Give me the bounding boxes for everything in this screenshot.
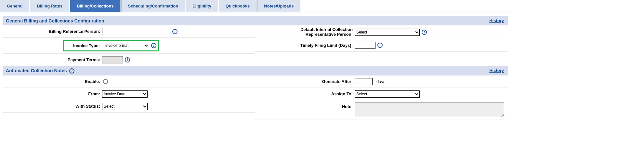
tab-billing-rates[interactable]: Billing Rates [30,0,69,12]
tab-quickbooks[interactable]: Quickbooks [219,0,256,12]
default-rep-label: Default Internal Collection Representati… [257,27,355,37]
enable-checkbox[interactable] [103,79,108,84]
tab-scheduling-confirmation[interactable]: Scheduling/Confirmation [121,0,185,12]
invoice-type-select[interactable]: invoiceformat [104,42,149,49]
tab-notes-uploads[interactable]: Notes/Uploads [257,0,300,12]
note-label: Note: [257,102,355,109]
billing-ref-label: Billing Reference Person: [5,29,102,34]
section-general-billing-header: General Billing and Collections Configur… [3,16,508,25]
generate-after-input[interactable] [355,78,373,85]
from-select[interactable]: Invoice Date [102,90,148,98]
info-icon[interactable]: i [69,68,74,74]
info-icon[interactable]: i [172,29,177,34]
generate-after-suffix: days [376,79,385,84]
info-icon[interactable]: i [125,57,130,62]
section-general-billing-title: General Billing and Collections Configur… [6,18,104,23]
invoice-type-highlight: Invoice Type: invoiceformat i [63,40,159,51]
history-link-acn[interactable]: History [489,68,504,73]
history-link-gbc[interactable]: History [489,18,504,23]
section-automated-notes-title: Automated Collection Notes [6,68,67,73]
from-label: From: [5,91,102,96]
tab-eligibility[interactable]: Eligibility [186,0,218,12]
section-automated-notes-header: Automated Collection Notes i History [3,66,508,75]
payment-terms-label: Payment Terms: [5,57,102,62]
tab-general[interactable]: General [0,0,29,12]
timely-filing-input[interactable] [355,42,375,49]
invoice-type-label: Invoice Type: [66,43,102,48]
billing-ref-input[interactable] [102,28,170,35]
note-textarea[interactable] [355,102,504,117]
assign-to-select[interactable]: Select [355,90,420,98]
assign-to-label: Assign To: [257,91,355,96]
with-status-label: With Status: [5,104,102,109]
enable-label: Enable: [5,79,102,84]
info-icon[interactable]: i [377,43,383,48]
info-icon[interactable]: i [422,30,427,35]
tab-billing-collections[interactable]: Billing/Collections [70,0,120,12]
timely-filing-label: Timely Filing Limit (Days): [257,43,355,48]
info-icon[interactable]: i [151,43,156,48]
default-rep-select[interactable]: Select [355,29,420,36]
generate-after-label: Generate After: [257,79,355,84]
payment-terms-input [102,56,123,63]
with-status-select[interactable]: Select [102,103,148,110]
tabs-bar: General Billing Rates Billing/Collection… [0,0,510,12]
